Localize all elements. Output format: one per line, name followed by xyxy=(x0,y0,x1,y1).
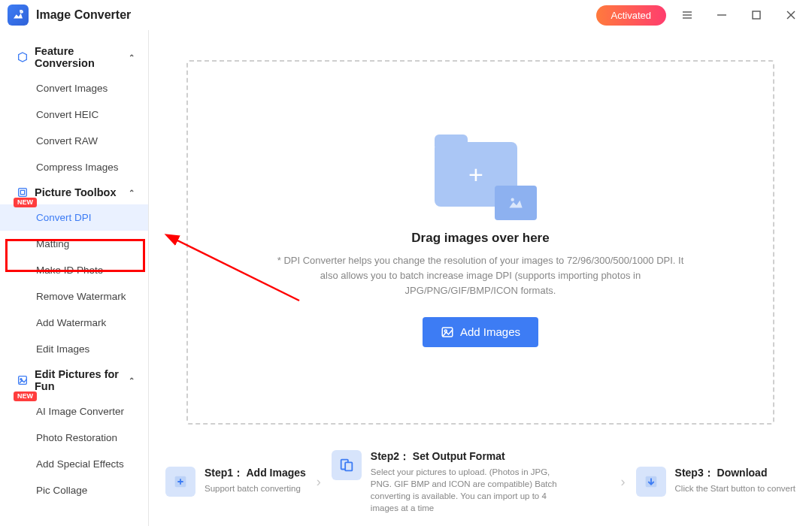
section-label: Feature Conversion xyxy=(35,45,123,69)
chevron-up-icon: ⌃ xyxy=(129,53,135,62)
section-label: Picture Toolbox xyxy=(35,186,117,198)
drop-folder-icon: + xyxy=(424,138,537,220)
sidebar-item-matting[interactable]: Matting xyxy=(0,231,148,257)
sidebar-item-make-id-photo[interactable]: Make ID Photo xyxy=(0,257,148,283)
sidebar-item-photo-restoration[interactable]: Photo Restoration xyxy=(0,425,148,451)
svg-point-14 xyxy=(511,198,514,201)
sidebar-item-convert-heic[interactable]: Convert HEIC xyxy=(0,101,148,128)
sidebar-item-convert-raw[interactable]: Convert RAW xyxy=(0,128,148,154)
steps-bar: Step1： Add Images Support batch converti… xyxy=(149,440,812,526)
add-images-label: Add Images xyxy=(460,325,520,338)
chevron-right-icon: › xyxy=(617,474,630,490)
sidebar-item-pic-collage[interactable]: Pic Collage xyxy=(0,477,148,503)
sidebar-item-add-special-effects[interactable]: Add Special Effects xyxy=(0,451,148,477)
svg-rect-9 xyxy=(19,189,27,197)
sidebar-item-remove-watermark[interactable]: Remove Watermark xyxy=(0,283,148,310)
titlebar: Image Converter Activated xyxy=(0,0,812,30)
main-panel: + Drag images over here * DPI Converter … xyxy=(149,30,812,526)
drop-title: Drag images over here xyxy=(411,231,549,246)
svg-rect-19 xyxy=(345,462,352,470)
step-title: Step1： Add Images xyxy=(205,467,306,480)
close-icon[interactable] xyxy=(777,5,804,26)
step-title: Step3： Download xyxy=(675,467,795,480)
upload-icon xyxy=(165,467,195,497)
sidebar-item-edit-images[interactable]: Edit Images xyxy=(0,336,148,362)
step-2: Step2： Set Output Format Select your pic… xyxy=(332,450,611,514)
svg-rect-10 xyxy=(20,190,24,194)
step-title: Step2： Set Output Format xyxy=(371,450,566,464)
svg-marker-8 xyxy=(19,53,27,62)
minimize-icon[interactable] xyxy=(708,5,735,26)
app-logo-icon xyxy=(8,5,29,26)
maximize-icon[interactable] xyxy=(743,5,770,26)
feature-icon xyxy=(17,51,29,63)
format-icon xyxy=(332,450,362,480)
drop-description: * DPI Converter helps you change the res… xyxy=(270,253,691,298)
fun-icon xyxy=(17,374,29,386)
drop-area[interactable]: + Drag images over here * DPI Converter … xyxy=(186,60,774,425)
toolbox-icon xyxy=(17,186,29,198)
add-images-button[interactable]: Add Images xyxy=(423,317,538,347)
new-badge: NEW xyxy=(14,391,37,401)
step-desc: Select your pictures to upload. (Photos … xyxy=(371,466,566,514)
section-feature-conversion[interactable]: Feature Conversion ⌃ xyxy=(0,39,148,75)
sidebar: Feature Conversion ⌃ Convert Images Conv… xyxy=(0,30,149,526)
section-label: Edit Pictures for Fun xyxy=(35,368,123,392)
new-badge: NEW xyxy=(14,198,37,207)
step-1: Step1： Add Images Support batch converti… xyxy=(165,467,306,497)
chevron-up-icon: ⌃ xyxy=(129,189,135,197)
download-icon xyxy=(636,467,666,497)
activated-button[interactable]: Activated xyxy=(596,5,666,26)
sidebar-item-label: Convert DPI xyxy=(36,212,92,223)
svg-rect-5 xyxy=(753,11,760,19)
sidebar-item-label: AI Image Converter xyxy=(36,406,124,417)
chevron-up-icon: ⌃ xyxy=(129,376,135,385)
step-desc: Click the Start button to convert xyxy=(675,482,795,494)
sidebar-item-convert-images[interactable]: Convert Images xyxy=(0,75,148,101)
chevron-right-icon: › xyxy=(312,474,326,490)
sidebar-item-compress-images[interactable]: Compress Images xyxy=(0,154,148,180)
sidebar-item-add-watermark[interactable]: Add Watermark xyxy=(0,310,148,336)
svg-point-12 xyxy=(20,379,22,380)
app-title: Image Converter xyxy=(36,8,131,22)
sidebar-item-ai-image-converter[interactable]: NEW AI Image Converter xyxy=(0,398,148,425)
hamburger-icon[interactable] xyxy=(674,5,701,26)
image-icon xyxy=(441,325,454,339)
sidebar-item-convert-dpi[interactable]: NEW Convert DPI xyxy=(0,204,148,231)
step-desc: Support batch converting xyxy=(205,482,306,494)
step-3: Step3： Download Click the Start button t… xyxy=(636,467,795,497)
